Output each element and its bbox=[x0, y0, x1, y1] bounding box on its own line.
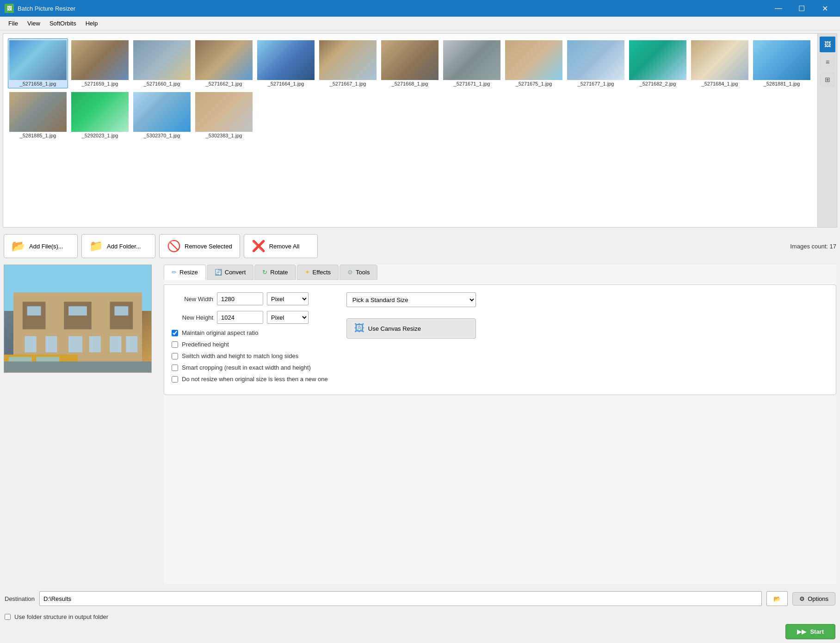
close-button[interactable]: ✕ bbox=[814, 0, 835, 17]
start-icon: ▶▶ bbox=[797, 628, 806, 635]
height-input[interactable] bbox=[217, 311, 263, 324]
gallery-filename: _5271682_2.jpg bbox=[629, 81, 686, 87]
start-button[interactable]: ▶▶ Start bbox=[785, 624, 835, 639]
gallery-filename: _5281885_1.jpg bbox=[9, 133, 67, 138]
destination-input[interactable] bbox=[39, 591, 762, 606]
tab-rotate-label: Rotate bbox=[270, 269, 288, 276]
width-input[interactable] bbox=[217, 292, 263, 305]
gallery-item[interactable]: _5271658_1.jpg bbox=[8, 38, 68, 88]
gallery-thumbnail bbox=[195, 40, 253, 80]
width-unit-select[interactable]: Pixel Percent Inch cm bbox=[267, 292, 309, 305]
standard-size-select[interactable]: Pick a Standard Size 800 x 600 1024 x 76… bbox=[346, 292, 476, 307]
app-title: Batch Picture Resizer bbox=[18, 5, 75, 12]
gallery-item[interactable]: _5271667_1.jpg bbox=[318, 38, 378, 88]
title-bar: 🖼 Batch Picture Resizer — ☐ ✕ bbox=[0, 0, 840, 17]
tab-convert[interactable]: 🔄 Convert bbox=[207, 265, 254, 280]
maintain-aspect-label[interactable]: Maintain original aspect ratio bbox=[182, 329, 258, 336]
gallery-item[interactable]: _5271682_2.jpg bbox=[628, 38, 688, 88]
gallery-grid[interactable]: _5271658_1.jpg_5271659_1.jpg_5271660_1.j… bbox=[3, 34, 817, 227]
smart-crop-label[interactable]: Smart cropping (result in exact width an… bbox=[182, 364, 311, 371]
gallery-thumbnail bbox=[381, 40, 439, 80]
gallery-filename: _5271662_1.jpg bbox=[195, 81, 253, 87]
add-files-button[interactable]: 📂 Add File(s)... bbox=[4, 234, 78, 258]
remove-selected-button[interactable]: 🚫 Remove Selected bbox=[159, 234, 240, 258]
destination-section: Destination 📂 ⚙ Options Use folder struc… bbox=[0, 587, 840, 643]
add-folder-icon: 📁 bbox=[89, 240, 103, 253]
tab-tools-icon: ⚙ bbox=[347, 269, 353, 276]
svg-rect-10 bbox=[68, 336, 82, 352]
gallery-item[interactable]: _5271660_1.jpg bbox=[132, 38, 192, 88]
gallery-sidebar: 🖼 ≡ ⊞ bbox=[817, 34, 837, 227]
folder-structure-label[interactable]: Use folder structure in output folder bbox=[14, 613, 108, 620]
switch-wh-label[interactable]: Switch width and height to match long si… bbox=[182, 352, 298, 359]
start-label: Start bbox=[810, 628, 824, 635]
canvas-resize-button[interactable]: 🖼 Use Canvas Resize bbox=[346, 318, 476, 339]
gallery-item[interactable]: _5271668_1.jpg bbox=[380, 38, 440, 88]
maximize-button[interactable]: ☐ bbox=[791, 0, 812, 17]
height-unit-select[interactable]: Pixel Percent Inch cm bbox=[267, 311, 309, 324]
gallery-item[interactable]: _5271675_1.jpg bbox=[504, 38, 564, 88]
gallery-item[interactable]: _5271677_1.jpg bbox=[566, 38, 626, 88]
gallery-thumbnail bbox=[195, 92, 253, 132]
tab-resize[interactable]: ✏ Resize bbox=[164, 265, 206, 280]
maintain-aspect-checkbox[interactable] bbox=[172, 330, 178, 336]
toolbar: 📂 Add File(s)... 📁 Add Folder... 🚫 Remov… bbox=[0, 230, 840, 262]
svg-rect-17 bbox=[4, 361, 151, 372]
bottom-area: ✏ Resize 🔄 Convert ↻ Rotate ✦ Effects ⚙ bbox=[0, 262, 840, 587]
remove-all-label: Remove All bbox=[269, 243, 300, 250]
tab-effects[interactable]: ✦ Effects bbox=[297, 265, 339, 280]
predefined-height-checkbox[interactable] bbox=[172, 341, 178, 348]
gallery-item[interactable]: _5271671_1.jpg bbox=[442, 38, 502, 88]
options-button[interactable]: ⚙ Options bbox=[792, 592, 835, 606]
remove-all-button[interactable]: ❌ Remove All bbox=[244, 234, 318, 258]
gear-icon: ⚙ bbox=[799, 595, 805, 602]
menu-view[interactable]: View bbox=[23, 18, 45, 29]
menu-softorbits[interactable]: SoftOrbits bbox=[45, 18, 81, 29]
gallery-thumbnail bbox=[71, 40, 129, 80]
gallery-item[interactable]: _5302370_1.jpg bbox=[132, 90, 192, 140]
gallery-item[interactable]: _5271662_1.jpg bbox=[194, 38, 254, 88]
smart-crop-checkbox[interactable] bbox=[172, 365, 178, 371]
gallery-item[interactable]: _5271684_1.jpg bbox=[690, 38, 750, 88]
window-controls: — ☐ ✕ bbox=[768, 0, 835, 17]
no-upscale-label[interactable]: Do not resize when original size is less… bbox=[182, 376, 328, 383]
gallery-thumbnail bbox=[71, 92, 129, 132]
folder-structure-checkbox[interactable] bbox=[5, 614, 11, 620]
remove-selected-icon: 🚫 bbox=[167, 240, 181, 253]
tab-convert-icon: 🔄 bbox=[215, 269, 222, 276]
view-list-button[interactable]: ≡ bbox=[820, 54, 835, 70]
gallery-thumbnail bbox=[629, 40, 686, 80]
svg-rect-11 bbox=[89, 336, 101, 352]
gallery-area: _5271658_1.jpg_5271659_1.jpg_5271660_1.j… bbox=[3, 33, 837, 228]
no-upscale-checkbox[interactable] bbox=[172, 376, 178, 383]
gallery-filename: _5281881_1.jpg bbox=[753, 81, 810, 87]
tab-tools[interactable]: ⚙ Tools bbox=[340, 265, 377, 280]
gallery-item[interactable]: _5271664_1.jpg bbox=[256, 38, 316, 88]
gallery-item[interactable]: _5281885_1.jpg bbox=[8, 90, 68, 140]
gallery-filename: _5271684_1.jpg bbox=[691, 81, 748, 87]
menu-help[interactable]: Help bbox=[81, 18, 103, 29]
add-folder-button[interactable]: 📁 Add Folder... bbox=[81, 234, 155, 258]
destination-browse-button[interactable]: 📂 bbox=[766, 591, 788, 606]
gallery-item[interactable]: _5302383_1.jpg bbox=[194, 90, 254, 140]
gallery-filename: _5271659_1.jpg bbox=[71, 81, 129, 87]
gallery-thumbnail bbox=[505, 40, 562, 80]
view-grid-button[interactable]: ⊞ bbox=[820, 72, 835, 87]
tab-rotate[interactable]: ↻ Rotate bbox=[254, 265, 296, 280]
start-area: ▶▶ Start bbox=[0, 620, 840, 643]
gallery-items: _5271658_1.jpg_5271659_1.jpg_5271660_1.j… bbox=[8, 38, 813, 140]
gallery-filename: _5271668_1.jpg bbox=[381, 81, 439, 87]
predefined-height-label[interactable]: Predefined height bbox=[182, 341, 229, 348]
tab-rotate-icon: ↻ bbox=[262, 269, 267, 276]
tab-tools-label: Tools bbox=[356, 269, 370, 276]
menu-file[interactable]: File bbox=[4, 18, 23, 29]
gallery-filename: _5271664_1.jpg bbox=[257, 81, 315, 87]
controls-panel: ✏ Resize 🔄 Convert ↻ Rotate ✦ Effects ⚙ bbox=[164, 265, 836, 584]
gallery-filename: _5292023_1.jpg bbox=[71, 133, 129, 138]
gallery-item[interactable]: _5281881_1.jpg bbox=[752, 38, 812, 88]
gallery-item[interactable]: _5292023_1.jpg bbox=[70, 90, 130, 140]
switch-wh-checkbox[interactable] bbox=[172, 353, 178, 359]
minimize-button[interactable]: — bbox=[768, 0, 789, 17]
gallery-item[interactable]: _5271659_1.jpg bbox=[70, 38, 130, 88]
view-thumbnails-button[interactable]: 🖼 bbox=[820, 37, 835, 52]
